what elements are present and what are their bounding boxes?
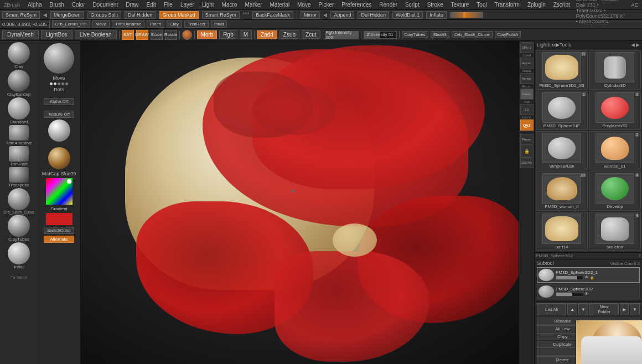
list-all-down-btn[interactable]: ▼	[578, 303, 588, 315]
slash3-btn[interactable]: Slash3	[431, 31, 449, 38]
actual-btn[interactable]: Actual	[520, 58, 534, 69]
menu-edit[interactable]: Edit	[145, 2, 158, 8]
brush-orb-slash[interactable]: Orb_Slash_Curve	[1, 188, 37, 214]
claypolish-btn[interactable]: ClayPolish	[495, 31, 521, 38]
alpha-off-btn[interactable]: Alpha Off	[44, 98, 74, 105]
tool-polymesh3d[interactable]: PolyMesh3D 2	[589, 91, 641, 130]
backfacemask-btn[interactable]: BackFaceMask	[252, 11, 293, 19]
menu-script[interactable]: Script	[403, 2, 421, 8]
menu-move[interactable]: Move	[296, 2, 312, 8]
pix-btn[interactable]: 1160 Pix	[520, 157, 534, 168]
morb-btn[interactable]: Morb	[197, 30, 218, 39]
clay-btn[interactable]: Clay	[167, 20, 182, 28]
brush-inflat[interactable]: Inflat	[1, 242, 37, 269]
orb-slash-btn[interactable]: Orb_Slash_Curve	[452, 31, 493, 38]
inflate-btn[interactable]: Inflate	[426, 11, 447, 19]
scale-btn[interactable]: Scale	[151, 30, 163, 40]
menu-macro[interactable]: Macro	[220, 2, 239, 8]
dot2[interactable]	[54, 82, 56, 85]
rotate-btn[interactable]: Rotate	[165, 30, 177, 40]
subtool-item-1[interactable]: PM3D_Sphere3D2_1 👁 🔒	[537, 267, 640, 283]
group-masked-btn[interactable]: Group Masked	[159, 11, 199, 19]
inflate-slider-handle[interactable]	[463, 12, 465, 18]
dynamesh-tab[interactable]: DynaMesh	[2, 30, 39, 39]
frame-btn[interactable]: Frame	[520, 134, 534, 145]
menu-layer[interactable]: Layer	[179, 2, 196, 8]
list-all-up-btn[interactable]: ▲	[567, 303, 577, 315]
kenter-btn[interactable]: Kenter	[520, 73, 534, 84]
ac-btn[interactable]: AC	[629, 2, 640, 8]
list-btn[interactable]: 1:1	[520, 104, 534, 115]
brush-clay[interactable]: Clay	[1, 42, 37, 69]
zcut-btn[interactable]: Zcut	[302, 30, 320, 39]
rp-expand-btn[interactable]: ▶	[636, 42, 640, 48]
mirror-btn[interactable]: Mirror	[301, 11, 320, 19]
tool-pm3d-sphere3je[interactable]: PM3D_Sphere3JE 1	[536, 91, 588, 130]
favor-btn[interactable]: Favor	[520, 89, 534, 100]
dot1[interactable]	[50, 82, 53, 85]
smart-resym-btn[interactable]: Smart ReSym	[2, 11, 40, 19]
lock-btn[interactable]: 🔒	[520, 145, 534, 157]
inflate-slider[interactable]	[450, 12, 483, 18]
lightbox-tab[interactable]: LightBox	[41, 30, 73, 39]
new-folder-arrow-btn[interactable]: ▶	[620, 303, 629, 315]
liveboolean-tab[interactable]: Live Boolean	[75, 30, 117, 39]
texture-ball[interactable]	[48, 119, 70, 142]
tool-cylinder3d[interactable]: Cylinder3D	[589, 50, 641, 90]
new-folder-btn[interactable]: New Folder	[589, 303, 619, 315]
lock-icon-1[interactable]: 🔒	[590, 275, 594, 279]
dot5[interactable]	[65, 82, 68, 85]
rgb-intensity-slider[interactable]: Rgb Intensity 100	[325, 31, 359, 39]
del-hidden-btn2[interactable]: Del Hidden	[358, 11, 389, 19]
tool-pm3d-woman[interactable]: PM3D_woman_0 20	[536, 171, 588, 211]
mergedown-btn[interactable]: MergeDown	[50, 11, 84, 19]
eye-icon-2[interactable]: 👁	[584, 292, 589, 297]
eye-icon-1[interactable]: 👁	[584, 275, 589, 280]
menu-picker[interactable]: Picker	[317, 2, 336, 8]
trimrect-btn[interactable]: TrimRect	[184, 20, 209, 28]
menu-file[interactable]: File	[162, 2, 174, 8]
brush-transpose[interactable]: Transpose	[1, 167, 37, 188]
groups-split-btn[interactable]: Groups Split	[87, 11, 122, 19]
rgb-btn[interactable]: Rgb	[219, 30, 237, 39]
tool-part14[interactable]: part14	[536, 212, 588, 251]
tool-woman01[interactable]: woman_01 2	[589, 131, 641, 170]
menu-texture[interactable]: Texture	[449, 2, 471, 8]
menu-zplugin[interactable]: Zplugin	[526, 2, 547, 8]
menu-draw[interactable]: Draw	[124, 2, 140, 8]
main-brush-ball[interactable]	[44, 43, 74, 74]
menu-document[interactable]: Document	[91, 2, 120, 8]
menu-alpha[interactable]: Alpha	[26, 2, 44, 8]
z-intensity-slider[interactable]: Z Intensity 51	[364, 31, 397, 39]
qyz-btn[interactable]: Qyz	[520, 119, 534, 131]
brush-trimadaptive[interactable]: TrimAdaptive	[1, 125, 37, 145]
menu-zscript[interactable]: Zscript	[552, 2, 572, 8]
trimdynamic-btn[interactable]: TrimDynamic	[112, 20, 144, 28]
brush-claytubes[interactable]: ClayTubes	[1, 215, 37, 242]
subtool-slider-1[interactable]	[556, 275, 583, 280]
m-btn[interactable]: M	[240, 30, 252, 39]
brush-claybuildup[interactable]: ClayBuildup	[1, 70, 37, 97]
tool-skeleton[interactable]: skeleton 4	[589, 212, 641, 251]
welddist-btn[interactable]: WeldDist 1	[392, 11, 423, 19]
menu-render[interactable]: Render	[377, 2, 399, 8]
pinch-btn[interactable]: Pinch	[147, 20, 164, 28]
smart-resym-btn2[interactable]: Smart ReSym	[202, 11, 240, 19]
inflat-btn[interactable]: Inflat	[211, 20, 227, 28]
subtool-item-2[interactable]: PM3D_Sphere3D2 👁	[537, 284, 640, 299]
tool-pm3d-sphere-s3[interactable]: PM3D_Sphere3D2_S3 R	[536, 50, 588, 90]
menu-preferences[interactable]: Preferences	[340, 2, 373, 8]
red-swatch[interactable]	[46, 213, 73, 225]
dot4[interactable]	[61, 82, 64, 85]
tool-develop[interactable]: Develop 4	[589, 171, 641, 211]
menu-light[interactable]: Light	[200, 2, 216, 8]
matcap-ball[interactable]	[48, 147, 70, 169]
new-folder-down2-btn[interactable]: ▼	[630, 303, 640, 315]
spix-btn[interactable]: SPix 3	[520, 42, 534, 53]
append-btn[interactable]: Append	[330, 11, 354, 19]
move-btn[interactable]: Move	[92, 20, 110, 28]
tool-simplebrush[interactable]: SimpleBrush	[536, 131, 588, 170]
brush-standard[interactable]: Standard	[1, 97, 37, 124]
claytubes-btn[interactable]: ClayTubes	[402, 31, 428, 38]
menu-marker[interactable]: Marker	[243, 2, 263, 8]
